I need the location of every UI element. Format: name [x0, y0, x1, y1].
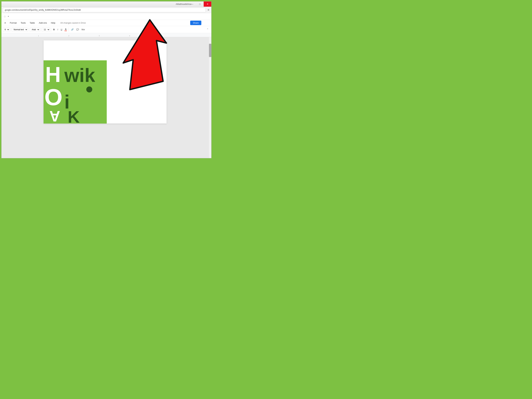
menu-item-tools[interactable]: Tools — [19, 21, 27, 25]
svg-text:wik: wik — [64, 65, 95, 86]
collapse-toolbar-button[interactable]: ⌃ — [205, 27, 210, 32]
url-text: .google.com/document/d/1vE5paV0ry_wm8y_9… — [4, 9, 81, 11]
hamburger-menu-icon[interactable]: ≡ — [207, 7, 210, 12]
address-bar[interactable]: .google.com/document/d/1vE5paV0ry_wm8y_9… — [3, 8, 206, 12]
window-controls: — □ ✕ — [188, 1, 211, 7]
comment-button[interactable]: 💬 — [75, 28, 80, 32]
link-button[interactable]: 🔗 — [70, 28, 75, 32]
share-button[interactable]: Share — [190, 21, 201, 25]
bold-button[interactable]: B — [52, 28, 56, 32]
separator-1 — [11, 28, 11, 32]
scrollbar-thumb[interactable] — [209, 44, 211, 57]
italic-button[interactable]: I — [56, 28, 59, 32]
ruler-mark-1: 1 — [38, 35, 39, 37]
menu-item-help[interactable]: Help — [49, 21, 57, 25]
svg-text:O: O — [44, 84, 63, 110]
ruler: 1 2 3 4 5 — [1, 33, 211, 37]
separator-3 — [41, 28, 41, 32]
folder-icon[interactable]: ▪ — [8, 15, 9, 18]
underline-button[interactable]: U — [59, 28, 63, 32]
wikihow-image: H O wik i K A — [44, 60, 107, 124]
menu-item-addons[interactable]: Add-ons — [37, 21, 49, 25]
ruler-mark-2: 2 — [69, 35, 69, 37]
doc-content: H O wik i K A — [1, 37, 211, 158]
ruler-mark-4: 4 — [129, 35, 130, 37]
svg-point-4 — [86, 86, 92, 92]
more-button[interactable]: Mor — [81, 28, 86, 32]
zoom-select[interactable]: 6 — [3, 28, 10, 32]
browser-window: AMatthiuwiikiHow — □ ✕ .google.com/docum… — [1, 1, 211, 158]
separator-5 — [69, 28, 69, 32]
close-button[interactable]: ✕ — [204, 1, 211, 7]
maximize-button[interactable]: □ — [196, 1, 204, 7]
saved-status: All changes saved in Drive — [60, 22, 86, 24]
font-color-indicator — [64, 31, 67, 31]
docs-area: ☆ ▪ rt Format Tools Table Add-ons Help A… — [1, 13, 211, 158]
menu-bar: rt Format Tools Table Add-ons Help All c… — [1, 20, 211, 26]
font-color-button[interactable]: A — [64, 28, 68, 32]
wikihow-logo-svg: H O wik i K A — [44, 60, 107, 124]
paragraph-style-select[interactable]: Normal text — [12, 28, 28, 32]
menu-item-format[interactable]: Format — [8, 21, 18, 25]
scrollbar-track[interactable] — [209, 37, 211, 158]
font-color-label: A — [65, 28, 66, 30]
ruler-mark-3: 3 — [99, 35, 100, 37]
ruler-mark-5: 5 — [160, 35, 160, 37]
svg-text:K: K — [68, 108, 80, 124]
svg-text:H: H — [45, 62, 61, 87]
address-bar-row: .google.com/document/d/1vE5paV0ry_wm8y_9… — [1, 7, 211, 13]
svg-text:A: A — [49, 108, 60, 124]
menu-item-insert[interactable]: rt — [3, 21, 7, 25]
font-select[interactable]: Arial — [30, 28, 40, 32]
doc-page: H O wik i K A — [44, 40, 167, 124]
profile-name: AMatthiuwiikiHow — [176, 3, 191, 5]
format-toolbar: 6 Normal text Arial 11 B I U A 🔗 — [1, 26, 211, 33]
docs-top-bar: ☆ ▪ — [1, 13, 211, 20]
ruler-inner: 1 2 3 4 5 — [12, 33, 201, 37]
title-bar: AMatthiuwiikiHow — □ ✕ — [1, 1, 211, 7]
font-size-select[interactable]: 11 — [42, 28, 50, 32]
star-icon[interactable]: ☆ — [4, 15, 6, 18]
doc-page-area[interactable]: H O wik i K A — [1, 37, 209, 158]
menu-item-table[interactable]: Table — [28, 21, 36, 25]
